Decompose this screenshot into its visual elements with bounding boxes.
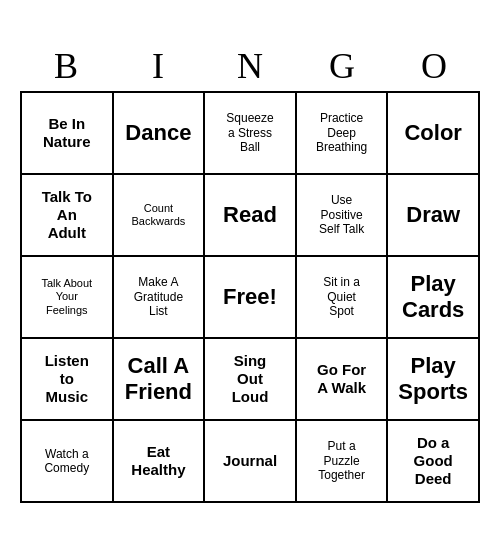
bingo-cell-24: Do aGoodDeed [388,421,480,503]
header-n: N [204,41,296,91]
header-b: B [20,41,112,91]
bingo-cell-18: Go ForA Walk [297,339,389,421]
bingo-cell-4: Color [388,93,480,175]
bingo-cell-23: Put aPuzzleTogether [297,421,389,503]
bingo-cell-16: Call AFriend [114,339,206,421]
bingo-cell-10: Talk AboutYourFeelings [22,257,114,339]
bingo-cell-7: Read [205,175,297,257]
bingo-grid: Be InNatureDanceSqueezea StressBallPract… [20,91,480,503]
bingo-cell-22: Journal [205,421,297,503]
bingo-cell-17: SingOutLoud [205,339,297,421]
bingo-cell-3: PracticeDeepBreathing [297,93,389,175]
bingo-cell-14: PlayCards [388,257,480,339]
bingo-cell-15: ListentoMusic [22,339,114,421]
bingo-cell-9: Draw [388,175,480,257]
bingo-cell-13: Sit in aQuietSpot [297,257,389,339]
header-i: I [112,41,204,91]
bingo-cell-21: EatHealthy [114,421,206,503]
bingo-card: B I N G O Be InNatureDanceSqueezea Stres… [20,41,480,503]
bingo-cell-6: CountBackwards [114,175,206,257]
bingo-cell-8: UsePositiveSelf Talk [297,175,389,257]
bingo-cell-5: Talk ToAnAdult [22,175,114,257]
bingo-cell-2: Squeezea StressBall [205,93,297,175]
bingo-cell-12: Free! [205,257,297,339]
header-o: O [388,41,480,91]
bingo-cell-20: Watch aComedy [22,421,114,503]
bingo-cell-11: Make AGratitudeList [114,257,206,339]
bingo-cell-0: Be InNature [22,93,114,175]
bingo-cell-19: PlaySports [388,339,480,421]
bingo-header: B I N G O [20,41,480,91]
bingo-cell-1: Dance [114,93,206,175]
header-g: G [296,41,388,91]
